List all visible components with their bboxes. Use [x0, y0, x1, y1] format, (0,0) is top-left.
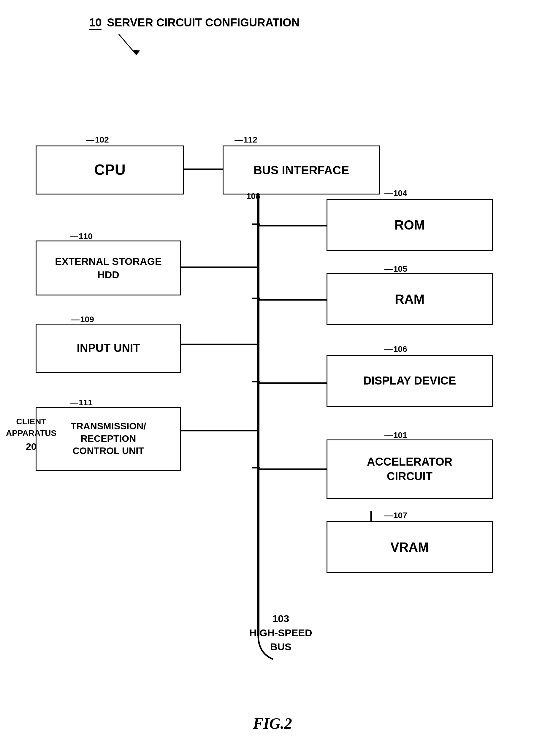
vram-ref-label: 107 [384, 511, 407, 520]
ram-ref-label: 105 [384, 264, 407, 274]
bus-interface-box: BUS INTERFACE [223, 145, 380, 194]
external-storage-box: EXTERNAL STORAGE HDD [36, 241, 181, 295]
input-unit-ref-label: 109 [71, 315, 94, 324]
diagram: 10 SERVER CIRCUIT CONFIGURATION 102 CPU … [0, 0, 545, 756]
accelerator-circuit-box: ACCELERATOR CIRCUIT [326, 439, 493, 499]
external-storage-ref-label: 110 [70, 232, 93, 241]
display-ref-label: 106 [384, 344, 407, 354]
transmission-box: TRANSMISSION/ RECEPTION CONTROL UNIT [36, 407, 181, 471]
title-area: 10 SERVER CIRCUIT CONFIGURATION [89, 16, 299, 29]
svg-line-0 [119, 34, 137, 55]
cpu-box: CPU [36, 145, 184, 194]
vram-box: VRAM [326, 521, 493, 573]
rom-ref-label: 104 [384, 189, 407, 198]
high-speed-bus-label: 103 HIGH-SPEED BUS [249, 612, 312, 654]
client-apparatus-label: CLIENT APPARATUS 20 [6, 416, 56, 453]
title-text: SERVER CIRCUIT CONFIGURATION [107, 16, 299, 29]
cpu-ref-label: 102 [86, 135, 109, 145]
ram-box: RAM [326, 273, 493, 325]
transmission-ref-label: 111 [70, 398, 93, 407]
display-device-box: DISPLAY DEVICE [326, 355, 493, 407]
input-unit-box: INPUT UNIT [36, 324, 181, 373]
ref-108-label: 108 [247, 192, 260, 201]
accelerator-ref-label: 101 [384, 431, 407, 440]
svg-marker-1 [133, 50, 140, 55]
bus-interface-ref-label: 112 [235, 135, 258, 145]
rom-box: ROM [326, 199, 493, 251]
title-ref: 10 [89, 16, 102, 29]
figure-caption: FIG.2 [253, 715, 292, 732]
